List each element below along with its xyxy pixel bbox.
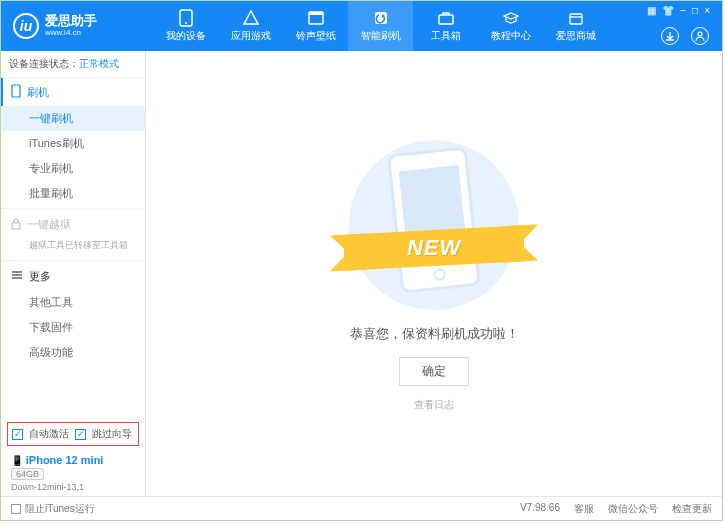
section-jailbreak[interactable]: 一键越狱	[1, 211, 145, 238]
maximize-button[interactable]: □	[692, 5, 698, 16]
view-log-link[interactable]: 查看日志	[414, 398, 454, 412]
nav-ringtones[interactable]: 铃声壁纸	[283, 1, 348, 51]
svg-point-1	[185, 22, 187, 24]
phone-icon	[11, 84, 21, 100]
tutorial-icon	[502, 9, 520, 27]
logo-icon: iu	[13, 13, 39, 39]
main-nav: 我的设备 应用游戏 铃声壁纸 智能刷机 工具箱 教程中心 爱思商城	[153, 1, 714, 51]
user-icon[interactable]	[691, 27, 709, 45]
svg-point-7	[698, 32, 702, 36]
device-model: Down-12mini-13,1	[11, 482, 135, 492]
wechat-link[interactable]: 微信公众号	[608, 502, 658, 516]
nav-flash[interactable]: 智能刷机	[348, 1, 413, 51]
sidebar: 设备连接状态：正常模式 刷机 一键刷机 iTunes刷机 专业刷机 批量刷机 一…	[1, 51, 146, 496]
connection-status: 设备连接状态：正常模式	[1, 51, 145, 78]
menu-download-firmware[interactable]: 下载固件	[1, 315, 145, 340]
menu-oneclick-flash[interactable]: 一键刷机	[1, 106, 145, 131]
wallpaper-icon	[307, 9, 325, 27]
checkbox-block-itunes[interactable]	[11, 504, 21, 514]
logo[interactable]: iu 爱思助手 www.i4.cn	[13, 13, 153, 39]
skin-icon[interactable]: 👕	[662, 5, 674, 16]
close-button[interactable]: ×	[704, 5, 710, 16]
menu-advanced[interactable]: 高级功能	[1, 340, 145, 365]
nav-toolbox[interactable]: 工具箱	[413, 1, 478, 51]
store-icon	[567, 9, 585, 27]
update-link[interactable]: 检查更新	[672, 502, 712, 516]
svg-rect-5	[439, 15, 453, 24]
menu-other-tools[interactable]: 其他工具	[1, 290, 145, 315]
svg-rect-9	[12, 223, 20, 229]
checkbox-skip-guide[interactable]: ✓	[75, 429, 86, 440]
jailbreak-note: 越狱工具已转移至工具箱	[1, 238, 145, 258]
titlebar: iu 爱思助手 www.i4.cn 我的设备 应用游戏 铃声壁纸 智能刷机 工具…	[1, 1, 722, 51]
menu-pro-flash[interactable]: 专业刷机	[1, 156, 145, 181]
section-more[interactable]: 更多	[1, 263, 145, 290]
menu-batch-flash[interactable]: 批量刷机	[1, 181, 145, 206]
svg-rect-6	[570, 14, 582, 24]
version-label: V7.98.66	[520, 502, 560, 516]
main-content: NEW 恭喜您，保资料刷机成功啦！ 确定 查看日志	[146, 51, 722, 496]
app-url: www.i4.cn	[45, 29, 97, 38]
minimize-button[interactable]: −	[680, 5, 686, 16]
footer: 阻止iTunes运行 V7.98.66 客服 微信公众号 检查更新	[1, 496, 722, 520]
checkbox-auto-activate[interactable]: ✓	[12, 429, 23, 440]
menu-itunes-flash[interactable]: iTunes刷机	[1, 131, 145, 156]
success-illustration: NEW	[344, 135, 524, 315]
section-flash[interactable]: 刷机	[1, 78, 145, 106]
nav-store[interactable]: 爱思商城	[543, 1, 608, 51]
nav-apps[interactable]: 应用游戏	[218, 1, 283, 51]
lock-icon	[11, 218, 21, 232]
device-capacity: 64GB	[11, 468, 44, 480]
app-name: 爱思助手	[45, 14, 97, 28]
toolbox-icon	[437, 9, 455, 27]
device-icon	[177, 9, 195, 27]
apps-icon	[242, 9, 260, 27]
flash-icon	[372, 9, 390, 27]
ok-button[interactable]: 确定	[399, 357, 469, 386]
service-link[interactable]: 客服	[574, 502, 594, 516]
nav-tutorials[interactable]: 教程中心	[478, 1, 543, 51]
download-icon[interactable]	[661, 27, 679, 45]
svg-rect-3	[309, 12, 323, 15]
device-phone-icon: 📱	[11, 455, 23, 466]
checkbox-row: ✓ 自动激活 ✓ 跳过向导	[7, 422, 139, 446]
success-message: 恭喜您，保资料刷机成功啦！	[350, 325, 519, 343]
ribbon-text: NEW	[407, 235, 461, 261]
device-info[interactable]: 📱 iPhone 12 mini 64GB Down-12mini-13,1	[1, 450, 145, 496]
window-controls: ▦ 👕 − □ ×	[647, 5, 716, 16]
more-icon	[11, 270, 23, 282]
menu-icon[interactable]: ▦	[647, 5, 656, 16]
svg-rect-8	[12, 85, 20, 97]
nav-my-device[interactable]: 我的设备	[153, 1, 218, 51]
